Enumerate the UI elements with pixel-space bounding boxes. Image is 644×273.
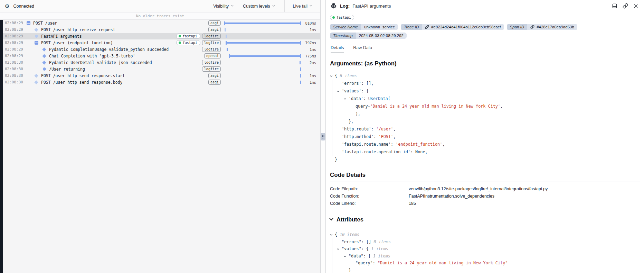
visibility-dropdown[interactable]: Visibility	[213, 4, 233, 9]
indent-guide	[339, 253, 339, 260]
tag-asgi[interactable]: asgi	[208, 73, 221, 78]
tree-line: { 10 items	[330, 231, 640, 238]
bar-end-cap	[300, 54, 301, 58]
indent-guide	[332, 80, 332, 87]
code-segment: :	[371, 127, 376, 131]
tab-details[interactable]: Details	[331, 45, 344, 53]
code-segment: query=	[356, 104, 370, 109]
tree-line: 'data': UserData(	[330, 95, 640, 102]
trace-row[interactable]: 02:08:29FastAPI argumentsfastapilogfire	[3, 33, 320, 39]
trace-timestamp: 02:08:30	[3, 73, 23, 78]
meta-value-text: #e8224d24d41f064b112c6eb9cb58cacf	[431, 25, 501, 29]
indent-guide	[332, 148, 332, 156]
tag-fastapi[interactable]: fastapi	[176, 34, 200, 39]
duration-bar	[224, 26, 301, 33]
duration-label: 2ms	[301, 61, 316, 65]
tree-line: "data": { 1 items	[330, 253, 640, 260]
tree-text: 'data': UserData(	[330, 95, 640, 102]
tree-text: "data": { 1 items	[330, 253, 640, 260]
trace-row[interactable]: 02:08:29POST /userasgi810ms	[3, 20, 320, 26]
meta-value-text: #428e17a0ea9ad53b	[537, 25, 574, 29]
trace-row[interactable]: 02:08:29Chat Completion with 'gpt-3.5-tu…	[3, 53, 320, 59]
trace-row[interactable]: 02:08:30POST /user http send response.bo…	[3, 79, 320, 85]
tag-logfire[interactable]: logfire	[202, 34, 221, 39]
tag-asgi[interactable]: asgi	[208, 80, 221, 85]
code-segment: {	[335, 232, 340, 237]
trace-tags: fastapilogfire	[176, 34, 224, 39]
fastapi-tag[interactable]: fastapi	[330, 15, 354, 20]
duration-label: 1ms	[301, 80, 316, 84]
indent-guide	[332, 133, 332, 140]
code-segment: [],	[366, 81, 373, 86]
close-icon[interactable]	[633, 3, 638, 9]
detail-tabs: DetailsRaw Data	[330, 45, 640, 53]
code-segment: :	[361, 81, 366, 86]
code-segment: :	[373, 134, 378, 139]
code-segment: 'Daniel is a 24 year old man living in N…	[370, 104, 500, 109]
fastapi-tag-label: fastapi	[337, 15, 351, 20]
tree-line: }	[330, 267, 640, 273]
gear-icon[interactable]: ⚙	[5, 3, 9, 9]
trace-panel-toolbar: ⚙ Connected Visibility Custom levels Liv…	[0, 0, 320, 12]
log-kind-label: Log:	[340, 3, 350, 9]
indent-guide	[339, 95, 339, 102]
tree-line: 'fastapi.route.name': 'endpoint_function…	[330, 140, 640, 148]
grip-dots-icon[interactable]	[321, 133, 325, 140]
trace-row[interactable]: 02:08:29POST /user http receive requesta…	[3, 26, 320, 33]
meta-pill-span-id[interactable]: Span ID#428e17a0ea9ad53b	[507, 24, 577, 30]
link-icon[interactable]	[623, 3, 628, 9]
code-details-title: Code Details	[330, 172, 640, 179]
trace-label: POST /user http send response.start	[41, 73, 125, 78]
code-segment: }	[349, 268, 351, 273]
trace-row[interactable]: 02:08:30/User returninglogfire	[3, 66, 320, 72]
live-tail-dropdown[interactable]: Live tail	[284, 0, 320, 12]
tab-raw-data[interactable]: Raw Data	[353, 45, 372, 53]
custom-levels-dropdown[interactable]: Custom levels	[243, 4, 275, 9]
link-icon	[425, 25, 429, 29]
code-segment: "query"	[356, 261, 373, 265]
code-segment: 'POST'	[379, 134, 394, 139]
meta-pill-trace-id[interactable]: Trace ID#e8224d24d41f064b112c6eb9cb58cac…	[401, 24, 504, 30]
tag-asgi[interactable]: asgi	[208, 20, 221, 26]
attributes-section-header[interactable]: Attributes	[330, 216, 640, 223]
duration-label: 1ms	[301, 74, 316, 78]
meta-value: #e8224d24d41f064b112c6eb9cb58cacf	[422, 24, 504, 30]
diamond-light-shape	[34, 74, 38, 78]
trace-row[interactable]: 02:08:30Pydantic UserDetail validate_jso…	[3, 59, 320, 66]
diamond-light-icon	[34, 28, 38, 32]
tree-line: "query": "Daniel is a 24 year old man li…	[330, 260, 640, 267]
trace-row[interactable]: 02:08:30POST /user http send response.st…	[3, 72, 320, 79]
diamond-light-shape	[34, 28, 38, 31]
code-detail-row: Code Filepath:venv/lib/python3.12/site-p…	[330, 185, 640, 193]
tree-text: "errors": [] 0 items	[330, 238, 640, 246]
minus-square-icon	[26, 21, 30, 25]
code-segment: :	[391, 142, 396, 147]
trace-timestamp: 02:08:29	[3, 27, 23, 32]
tag-logfire[interactable]: logfire	[202, 40, 221, 45]
tag-fastapi[interactable]: fastapi	[176, 40, 200, 45]
trace-label: FastAPI arguments	[41, 34, 82, 39]
trace-label: /User returning	[49, 67, 85, 72]
panel-divider[interactable]	[320, 0, 326, 273]
log-detail-panel: Log: FastAPI arguments	[326, 0, 644, 273]
tag-openai[interactable]: openai	[204, 53, 221, 58]
code-segment: '/user'	[376, 127, 393, 131]
tag-logfire[interactable]: logfire	[202, 47, 221, 52]
trace-row[interactable]: 02:08:29POST /user (endpoint_function)fa…	[3, 39, 320, 46]
trace-tags: fastapilogfire	[176, 40, 224, 45]
indent-guide	[332, 260, 332, 267]
tree-text: }	[330, 267, 640, 273]
trace-row[interactable]: 02:08:29Pydantic CompletionUsage validat…	[3, 46, 320, 53]
tree-text: 'fastapi.route.operation_id': None,	[330, 148, 640, 156]
tag-logfire[interactable]: logfire	[202, 66, 221, 72]
code-detail-row: Code Function:FastAPIInstrumentation.sol…	[330, 193, 640, 200]
code-details-rows: Code Filepath:venv/lib/python3.12/site-p…	[330, 185, 640, 207]
tag-logfire[interactable]: logfire	[202, 60, 221, 65]
panel-bottom-icon[interactable]	[612, 3, 617, 9]
duration-label: 775ms	[301, 54, 316, 58]
trace-tags: logfire	[202, 47, 224, 52]
divider-line	[330, 226, 640, 226]
tag-asgi[interactable]: asgi	[208, 27, 221, 32]
diamond-icon	[42, 54, 46, 58]
toolbar-right-group: Visibility Custom levels Live tail	[213, 0, 320, 12]
